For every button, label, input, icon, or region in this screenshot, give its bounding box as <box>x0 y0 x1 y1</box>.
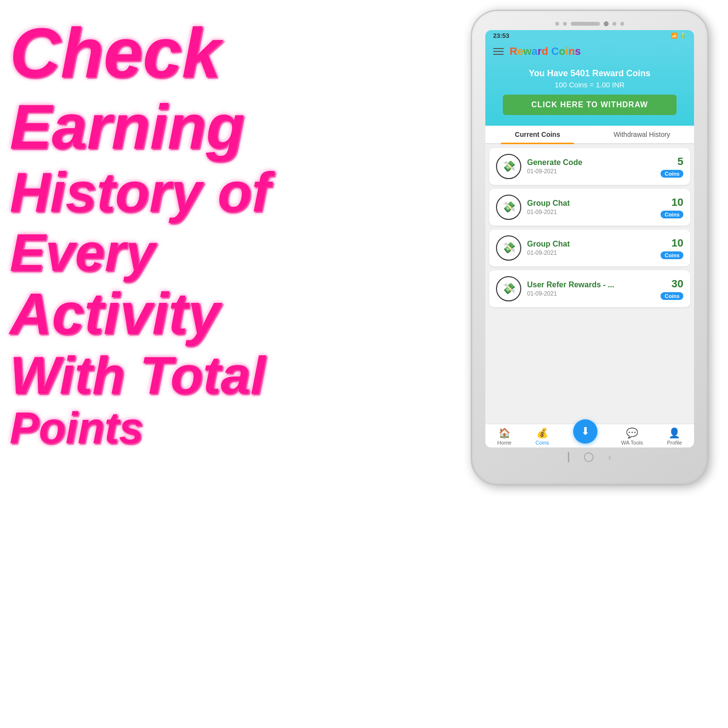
coin-info-section: You Have 5401 Reward Coins 100 Coins = 1… <box>493 66 686 126</box>
app-title: Reward Coins <box>510 45 581 58</box>
item-right-1: 5 Coins <box>661 155 683 178</box>
item-right-2: 10 Coins <box>661 196 683 218</box>
coins-label: Coins <box>535 440 549 446</box>
status-bar: 23:53 📶 🔋 <box>485 30 694 41</box>
item-amount-1: 5 <box>678 155 683 168</box>
item-date-1: 01-09-2021 <box>527 168 655 175</box>
download-icon: ⬇ <box>581 425 590 438</box>
generate-code-icon: 💸 <box>502 160 515 173</box>
item-icon-circle: 💸 <box>496 154 521 179</box>
phone-speaker <box>571 22 600 26</box>
item-title-1: Generate Code <box>527 158 655 167</box>
title-char-R: R <box>510 45 517 57</box>
wa-tools-label: WA Tools <box>621 440 643 446</box>
item-date-2: 01-09-2021 <box>527 209 655 215</box>
promo-text: Check Earning History of Every Activity … <box>10 15 281 452</box>
promo-line-5: Activity <box>10 281 281 346</box>
title-char-o: o <box>559 45 565 57</box>
title-char-w: w <box>523 45 531 57</box>
item-badge-1: Coins <box>661 170 683 178</box>
item-title-4: User Refer Rewards - ... <box>527 281 655 289</box>
battery-icon: 🔋 <box>679 33 686 39</box>
item-amount-4: 30 <box>672 278 683 290</box>
profile-label: Profile <box>667 440 682 446</box>
profile-icon: 👤 <box>668 427 680 439</box>
item-icon-circle: 💸 <box>496 235 521 261</box>
tabs-bar: Current Coins Withdrawal History <box>485 126 694 144</box>
coins-icon: 💰 <box>536 427 548 439</box>
nav-home[interactable]: 🏠 Home <box>497 427 512 446</box>
list-item: 💸 User Refer Rewards - ... 01-09-2021 30… <box>489 270 690 307</box>
title-char-s: s <box>575 45 581 57</box>
item-icon-circle: 💸 <box>496 276 521 301</box>
promo-line-1: Check <box>10 15 281 92</box>
withdraw-button[interactable]: CLICK HERE TO WITHDRAW <box>503 95 677 115</box>
tab-current-coins[interactable]: Current Coins <box>485 126 590 143</box>
item-info-2: Group Chat 01-09-2021 <box>527 199 655 215</box>
item-badge-3: Coins <box>661 251 683 259</box>
refer-reward-icon: 💸 <box>502 282 515 295</box>
phone-screen: 23:53 📶 🔋 Reward <box>485 30 694 447</box>
item-amount-2: 10 <box>672 196 683 209</box>
item-badge-4: Coins <box>661 292 683 300</box>
signal-icon: 📶 <box>671 33 678 39</box>
list-item: 💸 Group Chat 01-09-2021 10 Coins <box>489 230 690 266</box>
title-char-e1: e <box>517 45 523 57</box>
phone-dot-3 <box>612 22 616 26</box>
title-char-a1: a <box>531 45 537 57</box>
nav-wa-tools[interactable]: 💬 WA Tools <box>621 427 643 446</box>
coin-rate: 100 Coins = 1.00 INR <box>493 81 686 89</box>
item-badge-2: Coins <box>661 211 683 218</box>
list-item: 💸 Generate Code 01-09-2021 5 Coins <box>489 148 690 185</box>
promo-line-6: With Total <box>10 346 281 404</box>
list-item: 💸 Group Chat 01-09-2021 10 Coins <box>489 189 690 226</box>
app-header: Reward Coins You Have 5401 Reward Coins … <box>485 41 694 126</box>
hamburger-menu[interactable] <box>493 48 504 55</box>
gesture-pill <box>568 452 569 463</box>
home-label: Home <box>497 440 512 446</box>
phone-camera <box>604 21 609 26</box>
item-title-3: Group Chat <box>527 240 655 248</box>
item-info-3: Group Chat 01-09-2021 <box>527 240 655 256</box>
item-title-2: Group Chat <box>527 199 655 208</box>
phone-mockup: 23:53 📶 🔋 Reward <box>471 10 709 495</box>
header-top: Reward Coins <box>493 45 686 58</box>
promo-line-4: Every <box>10 223 281 281</box>
item-right-3: 10 Coins <box>661 237 683 259</box>
title-char-n: n <box>568 45 575 57</box>
nav-coins[interactable]: 💰 Coins <box>535 427 549 446</box>
nav-profile[interactable]: 👤 Profile <box>667 427 682 446</box>
nav-center-button[interactable]: ⬇ <box>573 419 597 444</box>
phone-dot-2 <box>563 22 567 26</box>
hamburger-line-2 <box>493 51 504 52</box>
bottom-nav: 🏠 Home 💰 Coins ⬇ 💬 WA Tools 👤 Profile <box>485 424 694 447</box>
item-info-1: Generate Code 01-09-2021 <box>527 158 655 175</box>
promo-line-3: History of <box>10 162 281 223</box>
item-amount-3: 10 <box>672 237 683 249</box>
coins-list: 💸 Generate Code 01-09-2021 5 Coins 💸 <box>485 144 694 424</box>
tab-withdrawal-history[interactable]: Withdrawal History <box>590 126 694 143</box>
hamburger-line-1 <box>493 48 504 49</box>
group-chat-icon-2: 💸 <box>502 242 515 254</box>
item-date-4: 01-09-2021 <box>527 290 655 297</box>
phone-top-bar <box>472 21 708 26</box>
title-char-C: C <box>551 45 559 57</box>
gesture-circle <box>584 452 594 462</box>
status-time: 23:53 <box>493 32 509 39</box>
group-chat-icon-1: 💸 <box>502 201 515 214</box>
title-char-d: d <box>542 45 548 57</box>
item-icon-circle: 💸 <box>496 195 521 220</box>
item-right-4: 30 Coins <box>661 278 683 300</box>
wa-tools-icon: 💬 <box>626 427 638 439</box>
coin-count: You Have 5401 Reward Coins <box>493 68 686 79</box>
home-icon: 🏠 <box>498 427 511 439</box>
hamburger-line-3 <box>493 54 504 55</box>
promo-line-2: Earning <box>10 92 281 162</box>
item-info-4: User Refer Rewards - ... 01-09-2021 <box>527 281 655 297</box>
status-icons: 📶 🔋 <box>671 33 686 39</box>
promo-line-7: Points <box>10 404 281 452</box>
item-date-3: 01-09-2021 <box>527 249 655 256</box>
phone-dot-left <box>555 22 559 26</box>
phone-dot-right <box>620 22 624 26</box>
phone-gesture-bar: ‹ <box>568 451 612 463</box>
